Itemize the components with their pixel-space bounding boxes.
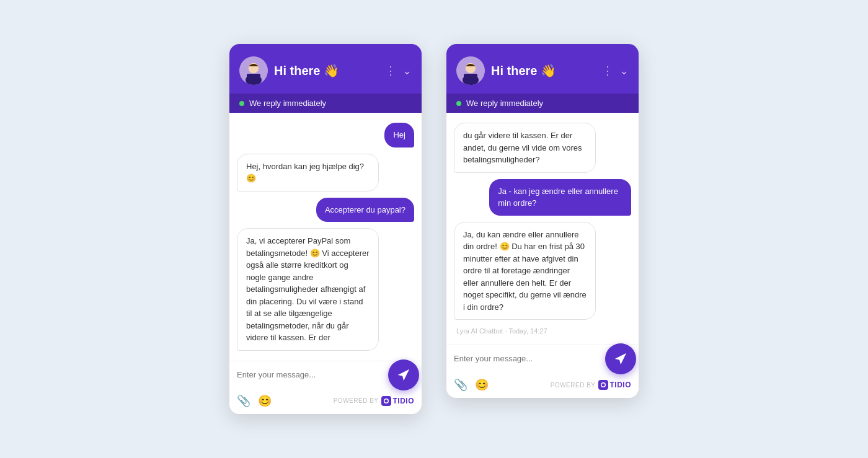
msg-row: Accepterer du paypal? — [237, 198, 414, 222]
chat-messages-2: du går videre til kassen. Er der andet, … — [446, 113, 639, 345]
svg-rect-3 — [247, 74, 260, 80]
send-button-2[interactable] — [605, 343, 636, 374]
emoji-icon-2[interactable]: 😊 — [475, 378, 489, 392]
svg-rect-10 — [464, 74, 477, 80]
collapse-icon-1[interactable]: ⌄ — [402, 64, 412, 77]
chat-footer-1: 📎 😊 POWERED BY TIDIO — [229, 385, 422, 414]
msg-row: Ja, vi accepterer PayPal som betalingsme… — [237, 228, 414, 351]
msg-bubble-bot: Hej, hvordan kan jeg hjælpe dig? 😊 — [237, 154, 379, 192]
chat-messages-1: Hej Hej, hvordan kan jeg hjælpe dig? 😊 A… — [229, 113, 422, 361]
status-dot-1 — [239, 101, 244, 106]
chat-status-bar-2: We reply immediately — [446, 94, 639, 113]
chat-input-area-1 — [229, 361, 422, 385]
chat-input-row-1 — [237, 368, 414, 382]
msg-bubble-bot: du går videre til kassen. Er der andet, … — [454, 123, 596, 173]
chat-title-1: Hi there 👋 — [274, 63, 379, 78]
tidio-logo-1: TIDIO — [381, 396, 415, 406]
status-dot-2 — [456, 101, 461, 106]
msg-row: Hej, hvordan kan jeg hjælpe dig? 😊 — [237, 154, 414, 192]
svg-point-13 — [601, 384, 604, 387]
chat-widget-1: Hi there 👋 ⋮ ⌄ We reply immediately Hej … — [229, 44, 422, 414]
msg-bubble-user: Accepterer du paypal? — [316, 198, 414, 222]
tidio-icon-1 — [381, 396, 391, 406]
powered-by-1: POWERED BY TIDIO — [334, 396, 414, 406]
collapse-icon-2[interactable]: ⌄ — [619, 64, 629, 77]
chat-header-icons-2: ⋮ ⌄ — [602, 64, 629, 77]
avatar-2 — [456, 56, 485, 85]
chat-header-top-1: Hi there 👋 ⋮ ⌄ — [239, 56, 412, 85]
chat-header-2: Hi there 👋 ⋮ ⌄ We reply immediately — [446, 44, 639, 113]
msg-bubble-user: Ja - kan jeg ændre eller annullere min o… — [489, 179, 631, 216]
svg-point-6 — [384, 399, 388, 402]
chat-footer-icons-2: 📎 😊 — [454, 378, 489, 392]
emoji-icon-1[interactable]: 😊 — [258, 394, 272, 408]
timestamp-row: Lyra AI Chatbot · Today, 14:27 — [454, 326, 631, 335]
avatar-1 — [239, 56, 268, 85]
chat-title-2: Hi there 👋 — [491, 63, 596, 78]
more-icon-1[interactable]: ⋮ — [385, 64, 396, 77]
msg-bubble-user: Hej — [384, 123, 414, 148]
tidio-logo-2: TIDIO — [598, 380, 632, 390]
attachment-icon-2[interactable]: 📎 — [454, 378, 467, 392]
msg-row: Ja, du kan ændre eller annullere din ord… — [454, 222, 631, 320]
chat-footer-2: 📎 😊 POWERED BY TIDIO — [446, 369, 639, 398]
tidio-icon-2 — [598, 380, 608, 390]
powered-by-2: POWERED BY TIDIO — [551, 380, 631, 390]
chat-status-bar-1: We reply immediately — [229, 94, 422, 113]
page-wrapper: Hi there 👋 ⋮ ⌄ We reply immediately Hej … — [229, 19, 639, 439]
chat-header-1: Hi there 👋 ⋮ ⌄ We reply immediately — [229, 44, 422, 113]
timestamp: Lyra AI Chatbot · Today, 14:27 — [454, 327, 547, 335]
chat-footer-icons-1: 📎 😊 — [237, 394, 272, 408]
chat-input-row-2 — [454, 351, 631, 366]
msg-bubble-bot: Ja, vi accepterer PayPal som betalingsme… — [237, 228, 379, 351]
chat-header-top-2: Hi there 👋 ⋮ ⌄ — [456, 56, 629, 85]
msg-bubble-bot: Ja, du kan ændre eller annullere din ord… — [454, 222, 596, 320]
msg-row: Hej — [237, 123, 414, 148]
chat-header-icons-1: ⋮ ⌄ — [385, 64, 412, 77]
chat-input-area-2 — [446, 345, 639, 369]
msg-row: du går videre til kassen. Er der andet, … — [454, 123, 631, 173]
chat-widget-2: Hi there 👋 ⋮ ⌄ We reply immediately du g… — [446, 44, 639, 398]
send-button-1[interactable] — [388, 359, 419, 390]
attachment-icon-1[interactable]: 📎 — [237, 394, 250, 408]
status-text-2: We reply immediately — [466, 99, 543, 108]
more-icon-2[interactable]: ⋮ — [602, 64, 613, 77]
status-text-1: We reply immediately — [249, 99, 326, 108]
msg-row: Ja - kan jeg ændre eller annullere min o… — [454, 179, 631, 216]
